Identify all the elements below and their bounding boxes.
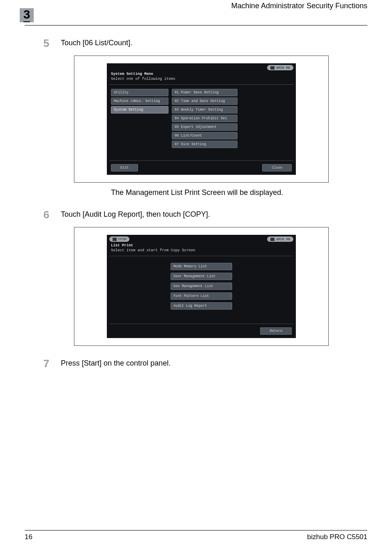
label: Audit Log Report	[173, 304, 207, 308]
screen2-header: FPSM AMIN MB	[107, 235, 296, 242]
screen1-left-item-utility[interactable]: Utility	[111, 89, 168, 96]
screen2-item-mode-memory[interactable]: Mode Memory List	[171, 263, 232, 270]
screen2-left-badge-label: FPSM	[118, 237, 126, 241]
screen2-separator	[109, 256, 293, 256]
badge-icon	[113, 238, 117, 241]
screen2-item-use-mgmt[interactable]: Use Management List	[171, 283, 232, 290]
step-6-text: Touch [Audit Log Report], then touch [CO…	[61, 208, 210, 219]
screen2-footer: Return	[107, 325, 296, 338]
step-5: 5 Touch [06 List/Count].	[25, 37, 367, 50]
screen2-center-column: Mode Memory List User Management List Us…	[111, 260, 292, 311]
screen1-footer-separator	[109, 160, 293, 161]
screen2-left-badge[interactable]: FPSM	[109, 236, 129, 242]
label: Machine Admin. Setting	[114, 99, 160, 103]
screenshot-2-frame: FPSM AMIN MB List Print Select item and …	[74, 227, 329, 346]
screen1-left-item-system-setting[interactable]: System Setting	[111, 106, 168, 114]
page-footer: 16 bizhub PRO C5501	[25, 530, 367, 541]
label: Use Management List	[173, 284, 213, 288]
screen1-header: AMIN MB	[107, 63, 296, 70]
label: User Management List	[173, 274, 215, 278]
screen1-body: Utility Machine Admin. Setting System Se…	[107, 86, 296, 160]
chapter-number: 3	[23, 8, 30, 22]
screenshot-1-frame: AMIN MB System Setting Menu Select one o…	[74, 56, 329, 183]
screenshot-1: AMIN MB System Setting Menu Select one o…	[107, 63, 296, 175]
step-7-text: Press [Start] on the control panel.	[61, 357, 171, 368]
product-name: bizhub PRO C5501	[307, 533, 367, 541]
label: Mode Memory List	[173, 264, 207, 269]
step-7-number: 7	[25, 357, 49, 370]
label: Exit	[120, 166, 129, 170]
screen1-right-badge-label: AMIN MB	[276, 66, 290, 70]
screen1-right-item-03[interactable]: 03 Weekly Timer Setting	[172, 106, 238, 114]
screen1-left-column: Utility Machine Admin. Setting System Se…	[111, 89, 168, 148]
header-rule	[25, 25, 367, 25]
label: 04 Operation Prohibit Set	[175, 116, 227, 120]
screen1-right-badge[interactable]: AMIN MB	[267, 65, 293, 70]
step-6: 6 Touch [Audit Log Report], then touch […	[25, 208, 367, 221]
screen1-right-item-06[interactable]: 06 List/Count	[172, 132, 238, 139]
screen1-right-item-04[interactable]: 04 Operation Prohibit Set	[172, 115, 238, 122]
step-6-number: 6	[25, 208, 49, 221]
step-7: 7 Press [Start] on the control panel.	[25, 357, 367, 370]
screen1-right-item-02[interactable]: 02 Time and Date Setting	[172, 97, 238, 105]
screen2-title: List Print	[107, 242, 296, 248]
screen1-subtitle: Select one of following items	[107, 77, 296, 83]
screen1-left-item-machine-admin[interactable]: Machine Admin. Setting	[111, 97, 168, 105]
screen1-close-button[interactable]: Close	[262, 164, 292, 171]
label: 03 Weekly Timer Setting	[175, 108, 223, 112]
screen2-right-badge-label: AMIN MB	[276, 237, 290, 241]
label: 02 Time and Date Setting	[175, 99, 225, 103]
screen2-footer-separator	[109, 324, 293, 324]
screen2-item-font-pattern[interactable]: Font Pattern List	[171, 292, 232, 300]
label: Utility	[114, 90, 129, 95]
label: 07 Size Setting	[175, 142, 206, 146]
label: Font Pattern List	[173, 294, 209, 298]
step-5-text: Touch [06 List/Count].	[61, 37, 132, 47]
screen1-right-item-05[interactable]: 05 Expert Adjustment	[172, 123, 238, 131]
label: Return	[270, 329, 282, 333]
step-5-number: 5	[25, 37, 49, 50]
page-number: 16	[25, 533, 32, 541]
screen1-separator	[109, 84, 293, 85]
screen2-item-audit-log[interactable]: Audit Log Report	[171, 302, 232, 310]
screen2-right-badge[interactable]: AMIN MB	[267, 236, 293, 242]
screen2-subtitle: Select item and start from Copy Screen	[107, 248, 296, 255]
screen1-exit-button[interactable]: Exit	[111, 164, 138, 171]
screen1-title: System Setting Menu	[107, 70, 296, 77]
screen2-body: Mode Memory List User Management List Us…	[107, 257, 296, 323]
label: 05 Expert Adjustment	[175, 125, 217, 129]
label: System Setting	[114, 108, 143, 112]
label: Close	[272, 166, 282, 170]
badge-icon	[270, 238, 274, 241]
screen1-right-item-01[interactable]: 01 Power Save Setting	[172, 89, 238, 96]
screen2-item-user-mgmt[interactable]: User Management List	[171, 273, 232, 280]
after-screen1-text: The Management List Print Screen will be…	[111, 188, 367, 197]
header-title: Machine Administrator Security Functions	[231, 0, 367, 10]
screen1-right-item-07[interactable]: 07 Size Setting	[172, 141, 238, 148]
screen2-return-button[interactable]: Return	[260, 327, 292, 335]
screen1-right-column: 01 Power Save Setting 02 Time and Date S…	[172, 89, 238, 148]
label: 06 List/Count	[175, 134, 202, 138]
badge-icon	[270, 66, 274, 70]
screenshot-2: FPSM AMIN MB List Print Select item and …	[107, 235, 296, 338]
label: 01 Power Save Setting	[175, 90, 219, 95]
screen1-footer: Exit Close	[107, 162, 296, 175]
chapter-number-box: 3	[20, 8, 34, 22]
